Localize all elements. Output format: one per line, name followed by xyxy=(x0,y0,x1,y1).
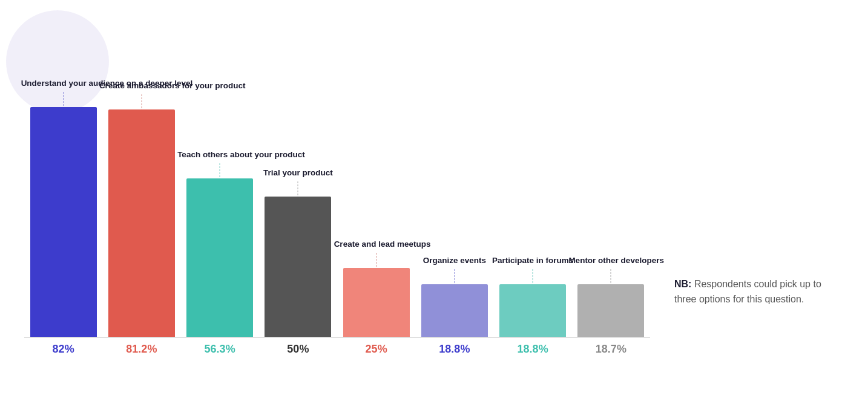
pct-label-4: 25% xyxy=(337,338,415,356)
chart-container: Understand your audience on a deeper lev… xyxy=(0,0,868,404)
pct-row: 82%81.2%56.3%50%25%18.8%18.8%18.7% xyxy=(24,338,650,356)
bar-2 xyxy=(186,178,253,337)
note-area: NB: Respondents could pick up to three o… xyxy=(650,216,844,356)
pct-label-7: 18.7% xyxy=(572,338,650,356)
note-content: Respondents could pick up to three optio… xyxy=(674,279,821,305)
bar-group-3: Trial your product xyxy=(259,28,337,337)
bar-label-3: Trial your product xyxy=(255,168,340,178)
pct-label-5: 18.8% xyxy=(415,338,493,356)
bar-label-7: Mentor other developers xyxy=(568,256,653,266)
bar-0 xyxy=(30,107,97,337)
bar-3 xyxy=(265,197,331,337)
bar-group-0: Understand your audience on a deeper lev… xyxy=(24,28,102,337)
pct-label-1: 81.2% xyxy=(102,338,180,356)
bar-label-1: Create ambassadors for your product xyxy=(99,81,184,91)
pct-label-6: 18.8% xyxy=(494,338,572,356)
pct-label-2: 56.3% xyxy=(181,338,259,356)
pct-label-3: 50% xyxy=(259,338,337,356)
note-bold: NB: xyxy=(674,279,691,289)
bars-row: Understand your audience on a deeper lev… xyxy=(24,22,650,337)
bar-6 xyxy=(499,284,566,337)
bar-label-5: Organize events xyxy=(412,256,497,266)
bar-label-2: Teach others about your product xyxy=(177,150,262,160)
bar-label-4: Create and lead meetups xyxy=(334,239,419,250)
bar-7 xyxy=(577,284,644,337)
bar-group-4: Create and lead meetups xyxy=(337,28,415,337)
bar-group-2: Teach others about your product xyxy=(181,28,259,337)
decorative-bubble xyxy=(6,10,109,113)
bar-group-5: Organize events xyxy=(415,28,493,337)
bar-group-6: Participate in forums xyxy=(494,28,572,337)
bar-1 xyxy=(108,109,175,337)
bar-4 xyxy=(343,268,410,337)
bar-group-1: Create ambassadors for your product xyxy=(102,28,180,337)
bar-5 xyxy=(421,284,488,337)
note-text: NB: Respondents could pick up to three o… xyxy=(674,276,832,307)
bar-label-6: Participate in forums xyxy=(490,256,575,266)
bar-label-0: Understand your audience on a deeper lev… xyxy=(21,79,106,89)
bar-group-7: Mentor other developers xyxy=(572,28,650,337)
bars-area: Understand your audience on a deeper lev… xyxy=(24,0,650,356)
pct-label-0: 82% xyxy=(24,338,102,356)
